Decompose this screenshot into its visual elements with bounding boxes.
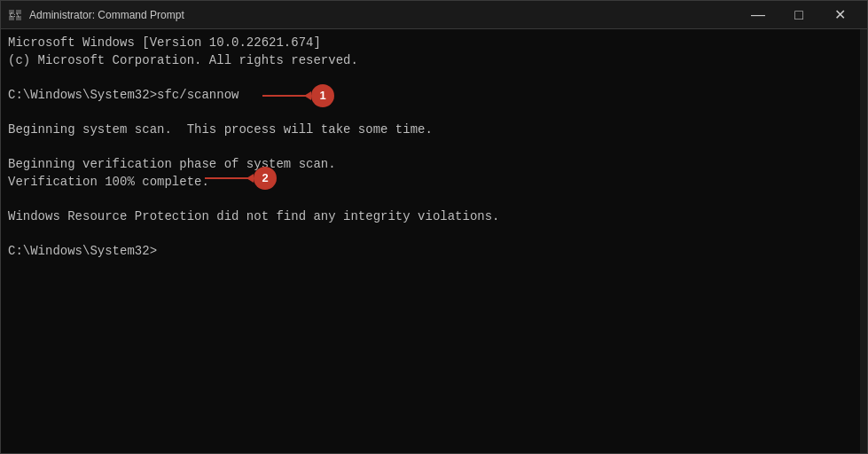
title-bar: C:\ Administrator: Command Prompt — □ ✕ — [1, 1, 867, 29]
command-prompt-window: C:\ Administrator: Command Prompt — □ ✕ … — [0, 0, 868, 454]
close-button[interactable]: ✕ — [819, 1, 860, 29]
window-controls: — □ ✕ — [738, 1, 860, 29]
svg-text:C:\: C:\ — [10, 12, 20, 18]
line-5 — [8, 104, 860, 121]
annotation-2-badge: 2 — [254, 167, 277, 190]
window-title: Administrator: Command Prompt — [29, 9, 731, 21]
scrollbar[interactable] — [860, 29, 867, 453]
line-7 — [8, 139, 860, 157]
window-icon: C:\ — [8, 8, 22, 22]
line-result: Windows Resource Protection did not find… — [8, 208, 860, 226]
annotation-2: 2 — [205, 167, 277, 190]
line-2: (c) Microsoft Corporation. All rights re… — [8, 52, 860, 70]
line-command: C:\Windows\System32>sfc/scannow — [8, 87, 860, 105]
minimize-button[interactable]: — — [738, 1, 778, 29]
annotation-2-arrow — [205, 177, 254, 179]
annotation-1: 1 — [262, 84, 334, 107]
line-1: Microsoft Windows [Version 10.0.22621.67… — [8, 35, 860, 52]
line-verification-complete: Verification 100% complete. — [8, 174, 860, 192]
line-verification-begin: Beginning verification phase of system s… — [8, 156, 860, 174]
line-3 — [8, 69, 860, 87]
console-output[interactable]: Microsoft Windows [Version 10.0.22621.67… — [1, 29, 867, 453]
annotation-1-badge: 1 — [311, 84, 334, 107]
line-prompt: C:\Windows\System32> — [8, 243, 860, 261]
annotation-1-arrow — [262, 95, 311, 97]
line-12 — [8, 226, 860, 244]
maximize-button[interactable]: □ — [778, 1, 819, 29]
line-scan-start: Beginning system scan. This process will… — [8, 121, 860, 139]
line-10 — [8, 191, 860, 208]
